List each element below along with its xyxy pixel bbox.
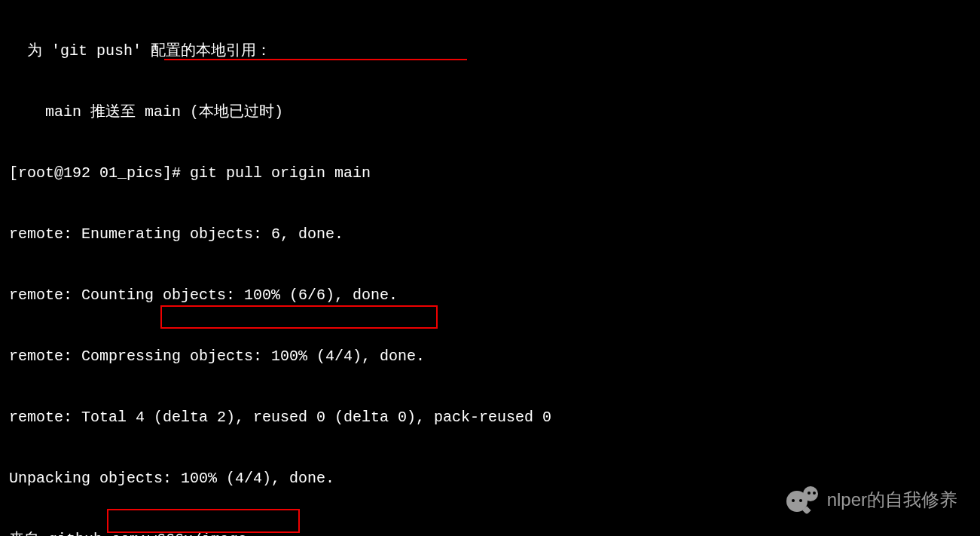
annotation-box — [160, 305, 438, 329]
annotation-underline — [164, 59, 467, 60]
terminal-line: remote: Total 4 (delta 2), reused 0 (del… — [9, 407, 980, 427]
terminal-line: Unpacking objects: 100% (4/4), done. — [9, 468, 980, 489]
terminal-line: main 推送至 main (本地已过时) — [9, 102, 980, 122]
terminal-line: remote: Compressing objects: 100% (4/4),… — [9, 346, 980, 366]
terminal-line: remote: Enumerating objects: 6, done. — [9, 224, 980, 244]
annotation-box — [107, 509, 300, 533]
terminal-line: remote: Counting objects: 100% (6/6), do… — [9, 285, 980, 305]
watermark-text: nlper的自我修养 — [827, 488, 957, 512]
watermark: nlper的自我修养 — [786, 486, 957, 513]
terminal-line: 为 'git push' 配置的本地引用： — [9, 41, 980, 61]
wechat-icon — [786, 486, 820, 513]
terminal-output: 为 'git push' 配置的本地引用： main 推送至 main (本地已… — [0, 0, 980, 536]
terminal-line-prompt: [root@192 01_pics]# git pull origin main — [9, 163, 980, 183]
